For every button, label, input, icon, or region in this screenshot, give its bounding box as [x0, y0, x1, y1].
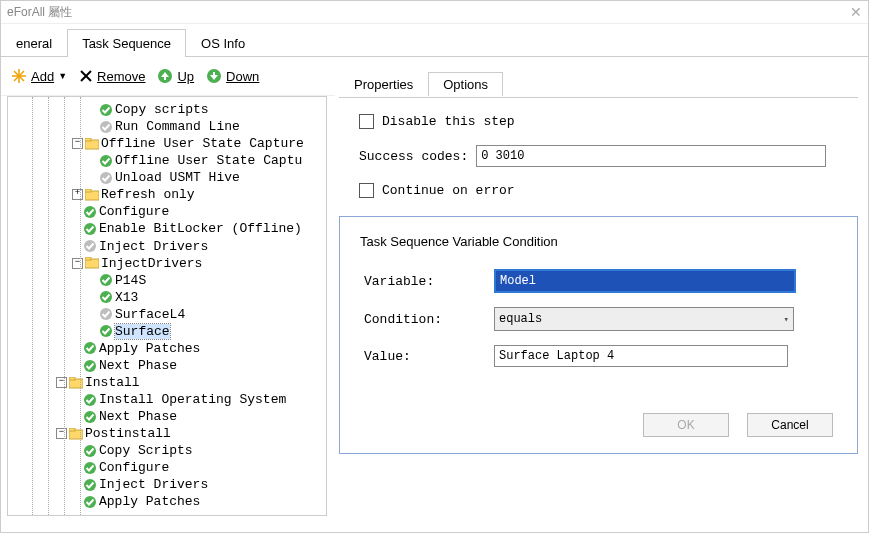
- window-title: eForAll 屬性: [7, 4, 850, 21]
- tree-node[interactable]: Apply Patches: [24, 493, 326, 510]
- tree-node[interactable]: −Offline User State Capture: [24, 135, 326, 152]
- down-button[interactable]: Down: [206, 68, 259, 84]
- disable-step-row: Disable this step: [339, 114, 858, 129]
- condition-label: Condition:: [364, 312, 494, 327]
- task-tree[interactable]: Copy scriptsRun Command Line−Offline Use…: [7, 96, 327, 516]
- tree-node[interactable]: Enable BitLocker (Offline): [24, 220, 326, 237]
- chevron-down-icon: ▾: [784, 314, 789, 325]
- check-disabled-icon: [99, 171, 113, 185]
- sparkle-icon: [11, 68, 27, 84]
- main-tabs: eneral Task Sequence OS Info: [1, 24, 868, 57]
- check-icon: [99, 154, 113, 168]
- tree-node-label: Apply Patches: [99, 341, 200, 356]
- expand-toggle[interactable]: −: [72, 258, 83, 269]
- tree-node[interactable]: Run Command Line: [24, 118, 326, 135]
- tree-node[interactable]: Copy Scripts: [24, 442, 326, 459]
- tree-node-label: Inject Drivers: [99, 477, 208, 492]
- x-icon: [79, 69, 93, 83]
- folder-icon: [85, 138, 99, 150]
- tree-node[interactable]: −InjectDrivers: [24, 255, 326, 272]
- tree-node-label: Run Command Line: [115, 119, 240, 134]
- tree-node-label: Next Phase: [99, 358, 177, 373]
- tree-node-label: Enable BitLocker (Offline): [99, 222, 302, 237]
- value-input[interactable]: [494, 345, 788, 367]
- tree-node[interactable]: −Install: [24, 374, 326, 391]
- condition-select[interactable]: equals ▾: [494, 307, 794, 331]
- tree-node-label: Copy Scripts: [99, 443, 193, 458]
- tree-node[interactable]: Unload USMT Hive: [24, 169, 326, 186]
- tree-node-label: X13: [115, 290, 138, 305]
- close-icon[interactable]: ✕: [850, 4, 862, 20]
- tab-properties[interactable]: Properties: [339, 72, 428, 96]
- expand-toggle[interactable]: +: [72, 189, 83, 200]
- success-codes-label: Success codes:: [359, 149, 468, 164]
- tree-node[interactable]: −Postinstall: [24, 425, 326, 442]
- tree-node[interactable]: Copy scripts: [24, 101, 326, 118]
- check-icon: [83, 222, 97, 236]
- expand-toggle[interactable]: −: [56, 377, 67, 388]
- condition-group: Task Sequence Variable Condition Variabl…: [339, 216, 858, 454]
- tree-node[interactable]: Install Operating System: [24, 391, 326, 408]
- tree-node-label: Surface: [115, 324, 170, 339]
- up-button[interactable]: Up: [157, 68, 194, 84]
- value-label: Value:: [364, 349, 494, 364]
- arrow-down-icon: [206, 68, 222, 84]
- tree-node[interactable]: Surface: [24, 323, 326, 340]
- check-disabled-icon: [99, 307, 113, 321]
- check-icon: [83, 461, 97, 475]
- tree-node[interactable]: Inject Drivers: [24, 238, 326, 255]
- check-icon: [83, 495, 97, 509]
- remove-button[interactable]: Remove: [79, 69, 145, 84]
- folder-icon: [85, 189, 99, 201]
- svg-rect-11: [85, 138, 91, 141]
- tab-os-info[interactable]: OS Info: [186, 29, 260, 57]
- continue-on-error-checkbox[interactable]: [359, 183, 374, 198]
- tree-node[interactable]: SurfaceL4: [24, 306, 326, 323]
- variable-input[interactable]: Model: [494, 269, 796, 293]
- window: eForAll 屬性 ✕ eneral Task Sequence OS Inf…: [0, 0, 869, 533]
- tree-node-label: Configure: [99, 460, 169, 475]
- check-icon: [99, 273, 113, 287]
- tree-node[interactable]: P14S: [24, 272, 326, 289]
- check-icon: [83, 410, 97, 424]
- tree-node[interactable]: Configure: [24, 459, 326, 476]
- tree-node[interactable]: Apply Patches: [24, 340, 326, 357]
- check-disabled-icon: [83, 239, 97, 253]
- tree-node[interactable]: X13: [24, 289, 326, 306]
- check-icon: [83, 444, 97, 458]
- tree-node[interactable]: Offline User State Captu: [24, 152, 326, 169]
- tree-node[interactable]: Next Phase: [24, 408, 326, 425]
- svg-rect-20: [85, 257, 91, 260]
- tab-task-sequence[interactable]: Task Sequence: [67, 29, 186, 57]
- expand-toggle[interactable]: −: [56, 428, 67, 439]
- disable-step-label: Disable this step: [382, 114, 515, 129]
- success-codes-input[interactable]: [476, 145, 826, 167]
- check-icon: [99, 103, 113, 117]
- tree-node-label: InjectDrivers: [101, 256, 202, 271]
- svg-rect-28: [69, 377, 75, 380]
- continue-on-error-label: Continue on error: [382, 183, 515, 198]
- folder-icon: [85, 257, 99, 269]
- tree-node-label: Configure: [99, 204, 169, 219]
- tree-node[interactable]: Configure: [24, 203, 326, 220]
- disable-step-checkbox[interactable]: [359, 114, 374, 129]
- tree-node-label: Refresh only: [101, 187, 195, 202]
- arrow-up-icon: [157, 68, 173, 84]
- tree-node-label: Offline User State Capture: [101, 136, 304, 151]
- tree-node-label: Install Operating System: [99, 392, 286, 407]
- tree-node-label: Install: [85, 375, 140, 390]
- svg-rect-15: [85, 189, 91, 192]
- expand-toggle[interactable]: −: [72, 138, 83, 149]
- chevron-down-icon: ▼: [58, 71, 67, 81]
- tree-node-label: Apply Patches: [99, 495, 200, 510]
- tab-options[interactable]: Options: [428, 72, 503, 96]
- tree-node-label: Unload USMT Hive: [115, 170, 240, 185]
- tab-general[interactable]: eneral: [1, 29, 67, 57]
- check-icon: [83, 341, 97, 355]
- add-button[interactable]: Add ▼: [11, 68, 67, 84]
- tree-node[interactable]: Inject Drivers: [24, 476, 326, 493]
- tree-node[interactable]: +Refresh only: [24, 186, 326, 203]
- ok-button[interactable]: OK: [643, 413, 729, 437]
- tree-node[interactable]: Next Phase: [24, 357, 326, 374]
- cancel-button[interactable]: Cancel: [747, 413, 833, 437]
